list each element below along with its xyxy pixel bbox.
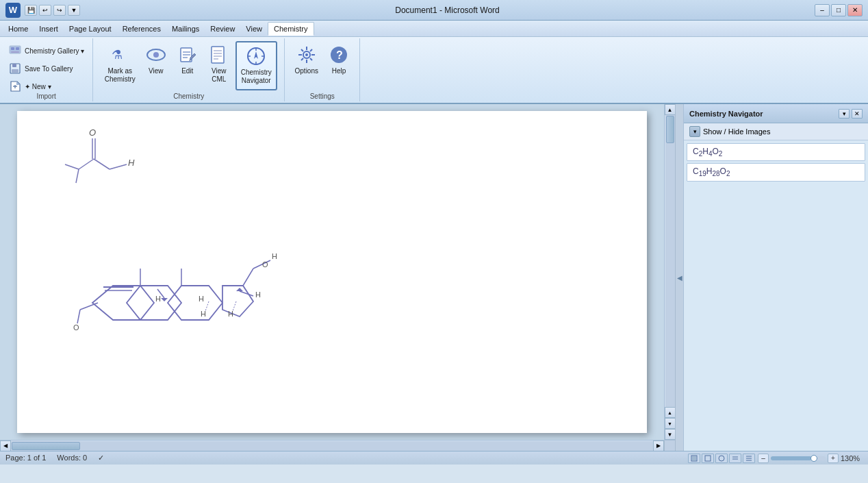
h28-sub: 28 [712, 171, 719, 178]
svg-line-38 [310, 49, 312, 51]
minimize-button[interactable]: – [815, 4, 830, 16]
vertical-scrollbar[interactable]: ▲ ▲ ▼ ▼ [664, 104, 675, 440]
options-button[interactable]: Options [291, 41, 322, 90]
svg-line-36 [301, 49, 303, 51]
svg-text:H: H [255, 290, 261, 299]
chemistry-navigator-button[interactable]: ChemistryNavigator [235, 41, 277, 90]
chemistry-group-label: Chemistry [93, 92, 284, 100]
view-cml-label: ViewCML [212, 67, 227, 84]
document-content: O H [0, 104, 664, 440]
menu-home[interactable]: Home [3, 22, 34, 36]
h4-sub: 4 [709, 150, 713, 158]
formula-list: C2H4O2 C19H28O2 [684, 140, 868, 184]
svg-text:O: O [73, 323, 79, 332]
zoom-slider[interactable] [771, 456, 826, 460]
outline-button[interactable] [729, 454, 741, 463]
zoom-controls: – + 130% [758, 454, 863, 463]
scroll-up-button[interactable]: ▲ [665, 104, 676, 115]
scroll-left-button[interactable]: ◀ [0, 441, 11, 451]
menu-page-layout[interactable]: Page Layout [64, 22, 117, 36]
panel-minimize-button[interactable]: ▾ [839, 109, 850, 119]
maximize-button[interactable]: □ [831, 4, 846, 16]
customize-tool[interactable]: ▼ [68, 5, 80, 16]
help-button[interactable]: ? Help [324, 41, 354, 90]
mark-chemistry-icon: ⚗ [109, 44, 131, 66]
help-label: Help [332, 67, 346, 75]
o2-sub: 2 [719, 150, 723, 158]
show-hide-dropdown[interactable]: ▾ [689, 126, 700, 137]
main-content: O H [0, 104, 868, 451]
new-label: ✦ New ▾ [25, 83, 51, 90]
svg-text:O: O [89, 127, 96, 138]
svg-text:H: H [272, 252, 277, 260]
panel-close-button[interactable]: ✕ [852, 109, 863, 119]
svg-text:?: ? [336, 49, 343, 61]
svg-line-71 [77, 310, 80, 323]
view-mode-buttons [688, 454, 755, 463]
svg-line-47 [110, 164, 127, 169]
menu-references[interactable]: References [117, 22, 166, 36]
scroll-thumb[interactable] [666, 116, 674, 143]
formula-item-1[interactable]: C2H4O2 [687, 143, 865, 161]
show-hide-label: Show / Hide Images [703, 127, 770, 136]
ribbon-group-import: Chemistry Gallery ▾ Save To Gallery [0, 38, 93, 101]
status-bar: Page: 1 of 1 Words: 0 ✓ – [0, 451, 868, 465]
document-title: Document1 - Microsoft Word [80, 5, 815, 15]
word-count: Words: 0 [57, 454, 87, 462]
mark-as-chemistry-button[interactable]: ⚗ Mark asChemistry [101, 41, 140, 90]
zoom-in-button[interactable]: + [828, 454, 839, 463]
view-cml-button[interactable]: ViewCML [204, 41, 234, 90]
mark-chemistry-label: Mark asChemistry [105, 67, 136, 84]
window-controls: – □ ✕ [815, 4, 863, 16]
svg-rect-2 [16, 47, 19, 50]
svg-rect-19 [212, 47, 224, 63]
redo-tool[interactable]: ↪ [53, 5, 66, 16]
title-bar: W 💾 ↩ ↪ ▼ Document1 - Microsoft Word – □… [0, 0, 868, 21]
draft-button[interactable] [743, 454, 755, 463]
molecule-steroid: H O H H [51, 179, 325, 358]
print-layout-button[interactable] [688, 454, 700, 463]
horizontal-scrollbar-container: ◀ ▶ [0, 440, 675, 451]
import-group-buttons: Chemistry Gallery ▾ Save To Gallery [4, 42, 88, 100]
navigator-icon [245, 45, 267, 67]
menu-insert[interactable]: Insert [34, 22, 64, 36]
save-tool[interactable]: 💾 [25, 5, 37, 16]
menu-mailings[interactable]: Mailings [166, 22, 205, 36]
chemistry-gallery-button[interactable]: Chemistry Gallery ▾ [4, 42, 88, 59]
scroll-page-up-button[interactable]: ▲ [665, 407, 676, 418]
scroll-page-down-button[interactable]: ▼ [665, 418, 676, 429]
c19-sub: 19 [699, 171, 706, 178]
view-cml-icon [208, 44, 230, 66]
edit-icon [177, 44, 199, 66]
save-to-gallery-button[interactable]: Save To Gallery [4, 60, 88, 77]
view-button[interactable]: View [141, 41, 171, 90]
gallery-icon [8, 44, 22, 58]
menu-review[interactable]: Review [205, 22, 240, 36]
settings-buttons: Options ? Help [291, 41, 354, 100]
formula-item-2[interactable]: C19H28O2 [687, 163, 865, 181]
document-viewport: O H [0, 104, 675, 440]
svg-rect-5 [12, 64, 16, 67]
horizontal-scrollbar[interactable]: ◀ ▶ [0, 441, 664, 451]
panel-collapse-handle[interactable]: ◀ [675, 104, 683, 451]
scroll-right-button[interactable]: ▶ [653, 441, 664, 451]
settings-group-label: Settings [285, 92, 359, 100]
svg-text:H: H [201, 310, 206, 318]
undo-tool[interactable]: ↩ [39, 5, 51, 16]
h-scroll-thumb[interactable] [12, 442, 80, 450]
menu-bar: Home Insert Page Layout References Maili… [0, 21, 868, 37]
edit-button[interactable]: Edit [173, 41, 203, 90]
scroll-corner [664, 441, 675, 451]
options-label: Options [295, 67, 318, 75]
menu-view[interactable]: View [240, 22, 268, 36]
svg-text:⚗: ⚗ [112, 48, 123, 62]
web-layout-button[interactable] [715, 454, 728, 463]
scroll-down-button[interactable]: ▼ [665, 429, 676, 440]
title-bar-left: W 💾 ↩ ↪ ▼ [5, 3, 80, 18]
svg-rect-79 [705, 456, 711, 461]
full-screen-button[interactable] [702, 454, 714, 463]
zoom-out-button[interactable]: – [758, 454, 769, 463]
menu-chemistry[interactable]: Chemistry [268, 22, 314, 36]
close-button[interactable]: ✕ [847, 4, 863, 16]
word-icon: W [5, 3, 21, 18]
